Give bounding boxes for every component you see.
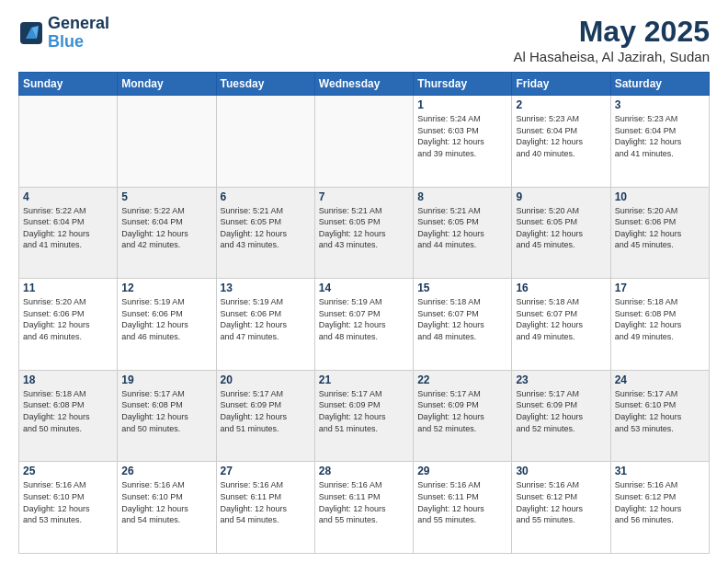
calendar-day-header: Tuesday: [216, 73, 314, 96]
day-info: Sunrise: 5:22 AMSunset: 6:04 PMDaylight:…: [121, 205, 211, 251]
calendar-day-cell: 16Sunrise: 5:18 AMSunset: 6:07 PMDayligh…: [512, 279, 610, 371]
day-info: Sunrise: 5:16 AMSunset: 6:10 PMDaylight:…: [23, 479, 113, 525]
title-block: May 2025 Al Hasaheisa, Al Jazirah, Sudan: [514, 15, 710, 64]
day-info: Sunrise: 5:19 AMSunset: 6:06 PMDaylight:…: [221, 296, 311, 342]
calendar-week-row: 18Sunrise: 5:18 AMSunset: 6:08 PMDayligh…: [19, 370, 710, 462]
calendar-day-header: Wednesday: [314, 73, 413, 96]
calendar-table: SundayMondayTuesdayWednesdayThursdayFrid…: [18, 72, 710, 554]
day-info: Sunrise: 5:19 AMSunset: 6:06 PMDaylight:…: [121, 296, 211, 342]
day-info: Sunrise: 5:16 AMSunset: 6:10 PMDaylight:…: [121, 479, 211, 525]
day-info: Sunrise: 5:16 AMSunset: 6:11 PMDaylight:…: [221, 479, 311, 525]
day-number: 1: [417, 98, 507, 111]
calendar-day-cell: 3Sunrise: 5:23 AMSunset: 6:04 PMDaylight…: [610, 96, 709, 188]
calendar-day-cell: 10Sunrise: 5:20 AMSunset: 6:06 PMDayligh…: [610, 187, 709, 279]
day-info: Sunrise: 5:16 AMSunset: 6:11 PMDaylight:…: [417, 479, 507, 525]
day-number: 28: [319, 465, 409, 477]
day-info: Sunrise: 5:21 AMSunset: 6:05 PMDaylight:…: [319, 205, 409, 251]
calendar-day-cell: 17Sunrise: 5:18 AMSunset: 6:08 PMDayligh…: [610, 279, 709, 371]
day-info: Sunrise: 5:16 AMSunset: 6:12 PMDaylight:…: [615, 479, 705, 525]
logo: General Blue: [18, 15, 109, 52]
calendar-week-row: 11Sunrise: 5:20 AMSunset: 6:06 PMDayligh…: [19, 279, 710, 371]
day-info: Sunrise: 5:18 AMSunset: 6:07 PMDaylight:…: [516, 296, 606, 342]
day-info: Sunrise: 5:17 AMSunset: 6:10 PMDaylight:…: [615, 388, 705, 434]
day-number: 12: [121, 282, 211, 294]
calendar-week-row: 1Sunrise: 5:24 AMSunset: 6:03 PMDaylight…: [19, 96, 710, 188]
day-info: Sunrise: 5:16 AMSunset: 6:12 PMDaylight:…: [516, 479, 606, 525]
day-number: 21: [319, 373, 409, 386]
calendar-day-header: Sunday: [19, 73, 118, 96]
day-info: Sunrise: 5:16 AMSunset: 6:11 PMDaylight:…: [319, 479, 409, 525]
day-number: 22: [417, 373, 507, 386]
day-info: Sunrise: 5:20 AMSunset: 6:06 PMDaylight:…: [23, 296, 113, 342]
day-info: Sunrise: 5:17 AMSunset: 6:09 PMDaylight:…: [516, 388, 606, 434]
day-info: Sunrise: 5:20 AMSunset: 6:06 PMDaylight:…: [615, 205, 705, 251]
day-number: 7: [319, 190, 409, 203]
calendar-day-cell: 21Sunrise: 5:17 AMSunset: 6:09 PMDayligh…: [314, 370, 413, 462]
calendar-day-cell: 15Sunrise: 5:18 AMSunset: 6:07 PMDayligh…: [414, 279, 512, 371]
subtitle: Al Hasaheisa, Al Jazirah, Sudan: [514, 49, 710, 64]
calendar-day-cell: [19, 96, 118, 188]
page: General Blue May 2025 Al Hasaheisa, Al J…: [0, 0, 728, 563]
day-number: 20: [221, 373, 311, 386]
day-info: Sunrise: 5:21 AMSunset: 6:05 PMDaylight:…: [417, 205, 507, 251]
calendar-week-row: 25Sunrise: 5:16 AMSunset: 6:10 PMDayligh…: [19, 462, 710, 554]
day-info: Sunrise: 5:24 AMSunset: 6:03 PMDaylight:…: [417, 113, 507, 159]
day-number: 14: [319, 282, 409, 294]
calendar-day-cell: 30Sunrise: 5:16 AMSunset: 6:12 PMDayligh…: [512, 462, 610, 554]
day-number: 26: [121, 465, 211, 477]
calendar-day-header: Monday: [118, 73, 216, 96]
day-info: Sunrise: 5:19 AMSunset: 6:07 PMDaylight:…: [319, 296, 409, 342]
logo-icon: [18, 20, 44, 46]
day-number: 16: [516, 282, 606, 294]
calendar-day-cell: 6Sunrise: 5:21 AMSunset: 6:05 PMDaylight…: [216, 187, 314, 279]
calendar-day-header: Saturday: [610, 73, 709, 96]
main-title: May 2025: [514, 15, 710, 49]
day-number: 9: [516, 190, 606, 203]
day-info: Sunrise: 5:17 AMSunset: 6:09 PMDaylight:…: [221, 388, 311, 434]
calendar-day-cell: 5Sunrise: 5:22 AMSunset: 6:04 PMDaylight…: [118, 187, 216, 279]
calendar-day-cell: 27Sunrise: 5:16 AMSunset: 6:11 PMDayligh…: [216, 462, 314, 554]
logo-line1: General: [48, 15, 109, 33]
day-number: 29: [417, 465, 507, 477]
calendar-day-cell: 23Sunrise: 5:17 AMSunset: 6:09 PMDayligh…: [512, 370, 610, 462]
day-info: Sunrise: 5:23 AMSunset: 6:04 PMDaylight:…: [615, 113, 705, 159]
calendar-day-header: Friday: [512, 73, 610, 96]
calendar-day-cell: 1Sunrise: 5:24 AMSunset: 6:03 PMDaylight…: [414, 96, 512, 188]
day-info: Sunrise: 5:17 AMSunset: 6:08 PMDaylight:…: [121, 388, 211, 434]
day-number: 4: [23, 190, 113, 203]
calendar-day-cell: [216, 96, 314, 188]
day-number: 10: [615, 190, 705, 203]
logo-line2: Blue: [48, 33, 109, 52]
calendar-day-cell: 9Sunrise: 5:20 AMSunset: 6:05 PMDaylight…: [512, 187, 610, 279]
calendar-day-cell: 19Sunrise: 5:17 AMSunset: 6:08 PMDayligh…: [118, 370, 216, 462]
calendar-header-row: SundayMondayTuesdayWednesdayThursdayFrid…: [19, 73, 710, 96]
day-info: Sunrise: 5:17 AMSunset: 6:09 PMDaylight:…: [417, 388, 507, 434]
day-number: 17: [615, 282, 705, 294]
calendar-day-cell: 2Sunrise: 5:23 AMSunset: 6:04 PMDaylight…: [512, 96, 610, 188]
calendar-day-cell: 4Sunrise: 5:22 AMSunset: 6:04 PMDaylight…: [19, 187, 118, 279]
calendar-day-cell: 26Sunrise: 5:16 AMSunset: 6:10 PMDayligh…: [118, 462, 216, 554]
logo-text: General Blue: [48, 15, 109, 52]
calendar-day-cell: [118, 96, 216, 188]
day-number: 19: [121, 373, 211, 386]
day-info: Sunrise: 5:21 AMSunset: 6:05 PMDaylight:…: [221, 205, 311, 251]
calendar-day-cell: 7Sunrise: 5:21 AMSunset: 6:05 PMDaylight…: [314, 187, 413, 279]
day-number: 18: [23, 373, 113, 386]
day-number: 2: [516, 98, 606, 111]
calendar-day-cell: 25Sunrise: 5:16 AMSunset: 6:10 PMDayligh…: [19, 462, 118, 554]
day-number: 8: [417, 190, 507, 203]
day-info: Sunrise: 5:18 AMSunset: 6:07 PMDaylight:…: [417, 296, 507, 342]
day-number: 31: [615, 465, 705, 477]
day-number: 25: [23, 465, 113, 477]
day-number: 13: [221, 282, 311, 294]
day-number: 15: [417, 282, 507, 294]
calendar-day-cell: 31Sunrise: 5:16 AMSunset: 6:12 PMDayligh…: [610, 462, 709, 554]
day-number: 30: [516, 465, 606, 477]
calendar-day-cell: 11Sunrise: 5:20 AMSunset: 6:06 PMDayligh…: [19, 279, 118, 371]
day-info: Sunrise: 5:22 AMSunset: 6:04 PMDaylight:…: [23, 205, 113, 251]
calendar-day-cell: [314, 96, 413, 188]
day-number: 5: [121, 190, 211, 203]
calendar-week-row: 4Sunrise: 5:22 AMSunset: 6:04 PMDaylight…: [19, 187, 710, 279]
calendar-day-cell: 24Sunrise: 5:17 AMSunset: 6:10 PMDayligh…: [610, 370, 709, 462]
calendar-day-cell: 13Sunrise: 5:19 AMSunset: 6:06 PMDayligh…: [216, 279, 314, 371]
